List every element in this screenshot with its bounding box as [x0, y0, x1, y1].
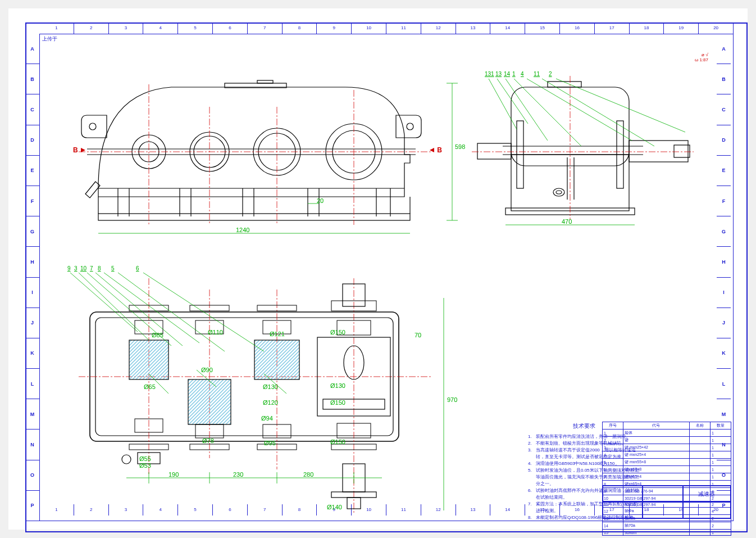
- dim-d110: Ø110: [208, 329, 223, 336]
- parts-cell: 1: [710, 444, 731, 451]
- parts-cell: 键xn60×8: [623, 466, 690, 473]
- parts-header-cell: 名称: [689, 422, 710, 430]
- balloon-1: 1: [512, 71, 516, 77]
- svg-point-46: [556, 191, 562, 194]
- svg-point-76: [122, 455, 131, 464]
- balloon-2: 2: [549, 71, 552, 77]
- dim-d85: Ø85: [152, 332, 163, 338]
- svg-line-96: [489, 79, 517, 129]
- parts-cell: 轴70a: [623, 522, 690, 530]
- table-row: 4键 mxn25×41: [603, 451, 731, 459]
- parts-cell: 1: [710, 466, 731, 473]
- dim-d95: Ø95: [264, 440, 276, 446]
- dim-598: 598: [455, 143, 465, 150]
- svg-rect-58: [254, 340, 299, 379]
- parts-cell: 箱体: [623, 430, 690, 437]
- parts-cell: 1: [710, 451, 731, 459]
- parts-cell: 1: [603, 430, 623, 437]
- table-row: 7键xn65×41: [603, 473, 731, 481]
- dim-d121: Ø121: [270, 331, 285, 337]
- ruler-col: 10: [352, 22, 386, 34]
- ruler-col: 18: [630, 22, 664, 34]
- ruler-row: G: [25, 216, 39, 247]
- dim-d78: Ø78: [202, 437, 214, 444]
- dim-d94: Ø94: [261, 415, 273, 422]
- table-row: 3键 mxn25×421: [603, 444, 731, 451]
- parts-cell: 4: [603, 451, 623, 459]
- front-elevation: [79, 80, 432, 225]
- parts-cell: [689, 522, 710, 530]
- dim-d120: Ø120: [263, 399, 278, 406]
- svg-rect-38: [477, 143, 511, 159]
- parts-cell: [689, 530, 710, 536]
- ruler-col: 20: [699, 22, 734, 34]
- balloon-8: 8: [98, 265, 101, 272]
- svg-line-100: [527, 79, 632, 141]
- dim-280: 280: [303, 471, 313, 478]
- parts-cell: 15: [603, 530, 623, 536]
- table-row: 2键1: [603, 437, 731, 444]
- dim-d65: Ø65: [144, 383, 156, 390]
- ruler-row: N: [25, 430, 39, 460]
- parts-cell: 1: [710, 473, 731, 481]
- dim-d140: Ø140: [327, 504, 342, 510]
- table-row: 1530x6m1: [603, 530, 731, 536]
- ruler-col: 12: [421, 22, 456, 34]
- dim-d130b: Ø130: [330, 382, 345, 389]
- plan-section: [79, 278, 432, 514]
- parts-cell: 1: [710, 530, 731, 536]
- svg-point-45: [553, 188, 564, 196]
- svg-line-99: [514, 79, 581, 146]
- ruler-row: P: [25, 491, 39, 521]
- balloon-14: 14: [504, 71, 510, 77]
- section-b-right: B: [430, 146, 442, 154]
- parts-cell: [689, 430, 710, 437]
- svg-rect-57: [188, 379, 231, 424]
- ruler-row: J: [25, 308, 39, 338]
- drawing-area: 598 20 1240 470 970 190 230 280 Ø85 Ø65 …: [39, 34, 734, 521]
- side-elevation: [472, 76, 694, 219]
- parts-cell: 2: [603, 437, 623, 444]
- table-row: 1箱体1: [603, 430, 731, 437]
- parts-cell: 键: [623, 437, 690, 444]
- balloon-131: 131: [485, 71, 494, 77]
- parts-cell: 键 mxn25×42: [623, 444, 690, 451]
- svg-line-102: [556, 79, 685, 132]
- dim-d55: Ø55: [139, 455, 151, 462]
- dim-1240: 1240: [236, 227, 249, 233]
- parts-cell: 1: [710, 459, 731, 466]
- parts-cell: 7: [603, 473, 623, 481]
- parts-cell: 键 mxn55×8: [623, 459, 690, 466]
- parts-cell: 1: [710, 430, 731, 437]
- ruler-col: 9: [317, 22, 352, 34]
- balloon-13: 13: [495, 71, 502, 77]
- table-row: 5键 mxn55×81: [603, 459, 731, 466]
- ruler-col: 1: [39, 22, 74, 34]
- dim-70: 70: [415, 332, 421, 338]
- table-row: 6键xn60×81: [603, 466, 731, 473]
- dim-d150a: Ø150: [330, 329, 345, 336]
- dim-d150b: Ø150: [330, 399, 345, 406]
- svg-rect-1: [257, 80, 273, 83]
- ruler-row: I: [25, 278, 39, 308]
- ruler-col: 6: [213, 22, 248, 34]
- parts-cell: 14: [603, 522, 623, 530]
- svg-line-106: [95, 273, 183, 346]
- parts-cell: [689, 466, 710, 473]
- svg-line-104: [79, 273, 149, 340]
- parts-cell: [689, 473, 710, 481]
- ruler-row: E: [25, 156, 39, 186]
- ruler-row: F: [25, 186, 39, 216]
- parts-cell: [689, 459, 710, 466]
- title-block: 减速器: [602, 485, 731, 519]
- balloon-4: 4: [521, 71, 524, 77]
- parts-cell: 6: [603, 466, 623, 473]
- dim-970: 970: [447, 396, 457, 403]
- ruler-col: 13: [456, 22, 491, 34]
- ruler-col: 15: [525, 22, 560, 34]
- dim-190: 190: [168, 471, 179, 478]
- svg-line-97: [497, 79, 528, 124]
- parts-cell: 5: [603, 459, 623, 466]
- ruler-col: 2: [74, 22, 109, 34]
- ruler-row: M: [25, 399, 39, 430]
